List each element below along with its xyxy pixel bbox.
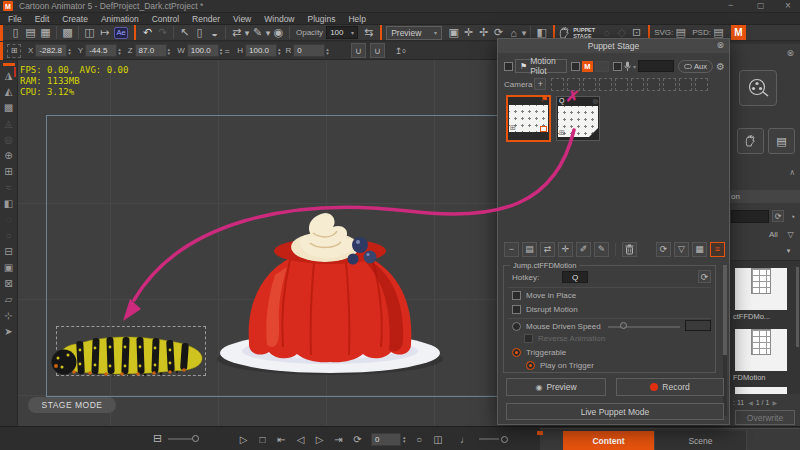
filter-funnel-icon[interactable]: ▽: [783, 227, 798, 242]
close-panel-icon[interactable]: ⊗: [786, 48, 794, 58]
pen-tool-icon[interactable]: ✎: [250, 25, 265, 40]
library-item[interactable]: [735, 329, 787, 371]
remove-motion-button[interactable]: −: [504, 242, 519, 257]
aux-toggle-button[interactable]: Aux: [678, 60, 713, 73]
camera-slot[interactable]: [663, 78, 676, 91]
export-icon[interactable]: ↦: [97, 25, 112, 40]
go-start-button[interactable]: ⇤: [276, 432, 287, 447]
close-button[interactable]: ×: [785, 0, 791, 11]
audio-source-field[interactable]: [638, 60, 674, 72]
opacity-field[interactable]: 100▾: [326, 26, 358, 39]
stage-mode-badge[interactable]: STAGE MODE: [28, 397, 116, 413]
play-button[interactable]: ▷: [238, 432, 249, 447]
layer-manager-icon[interactable]: ▣: [1, 260, 17, 275]
save-project-icon[interactable]: ▦: [38, 25, 53, 40]
visibility-icon[interactable]: ◉: [271, 25, 286, 40]
sort-caret-icon[interactable]: ▾: [781, 243, 796, 258]
ease-out-curve-icon[interactable]: ∪: [370, 43, 385, 58]
smart-ik-icon[interactable]: ○: [1, 228, 17, 243]
link-wh-icon[interactable]: =: [222, 43, 232, 58]
library-item-label[interactable]: FDMotion: [733, 373, 800, 383]
audio-checkbox[interactable]: [613, 62, 622, 71]
scrollbar[interactable]: [796, 267, 799, 347]
dock-tab[interactable]: Scene: [655, 431, 747, 450]
page-prev-icon[interactable]: ◀: [748, 399, 753, 406]
category-header[interactable]: on: [729, 190, 800, 203]
prev-frame-button[interactable]: ◁: [295, 432, 306, 447]
transform-field[interactable]: -44.5: [85, 44, 117, 57]
page-next-icon[interactable]: ▶: [772, 399, 777, 406]
triggerable-radio[interactable]: [512, 348, 521, 357]
delete-motion-button[interactable]: [622, 242, 637, 257]
move-in-place-checkbox[interactable]: [512, 291, 521, 300]
refresh-button[interactable]: ⟳: [656, 242, 671, 257]
menu-item[interactable]: Control: [152, 14, 179, 24]
frame-field[interactable]: 0: [371, 433, 401, 446]
open-project-icon[interactable]: ▤: [23, 25, 38, 40]
content-store-icon[interactable]: ▩: [60, 25, 75, 40]
disrupt-motion-checkbox[interactable]: [512, 305, 521, 314]
menu-item[interactable]: Plugins: [308, 14, 336, 24]
record-toggle-icon[interactable]: ○: [414, 432, 425, 447]
m-badge[interactable]: M: [582, 61, 593, 72]
face-puppet-icon[interactable]: ◎: [1, 132, 17, 147]
panel-titlebar[interactable]: Puppet Stage ⊗: [498, 39, 729, 53]
pen-button[interactable]: ✎: [594, 242, 609, 257]
pointer-tool-icon[interactable]: ➤: [1, 324, 17, 339]
minimize-button[interactable]: −: [728, 0, 733, 10]
camera-slot[interactable]: [615, 78, 628, 91]
anchor-icon[interactable]: ✛: [461, 25, 476, 40]
play-on-trigger-row[interactable]: Play on Trigger: [526, 361, 594, 370]
anchor-motion-button[interactable]: ✛: [558, 242, 573, 257]
snapshot-icon[interactable]: ◫: [433, 432, 444, 447]
new-project-icon[interactable]: ▯: [8, 25, 23, 40]
filter-button[interactable]: ▽: [674, 242, 689, 257]
spinner[interactable]: ▴▾: [168, 47, 171, 55]
transform-field[interactable]: 100.0: [245, 44, 277, 57]
menu-item[interactable]: Window: [264, 14, 294, 24]
measure-icon[interactable]: ▱: [1, 292, 17, 307]
mirror-motion-button[interactable]: ⇄: [540, 242, 555, 257]
triggerable-row[interactable]: Triggerable: [512, 348, 566, 357]
motion-pilot-button[interactable]: ⚑ Motion Pilot: [515, 59, 567, 73]
add-camera-button[interactable]: +: [534, 78, 546, 90]
menu-item[interactable]: Create: [62, 14, 88, 24]
volume-slider-track[interactable]: [479, 438, 499, 440]
speed-slider-track[interactable]: [608, 326, 680, 328]
menu-item[interactable]: View: [233, 14, 251, 24]
play-on-trigger-radio[interactable]: [526, 361, 535, 370]
gear-icon[interactable]: ⚙: [716, 61, 725, 72]
preview-button[interactable]: ◉ Preview: [506, 378, 606, 396]
motion-pilot-badge[interactable]: M: [731, 25, 746, 40]
microphone-icon[interactable]: [624, 61, 631, 72]
menu-item[interactable]: File: [8, 14, 22, 24]
record-button[interactable]: Record: [616, 378, 724, 396]
caterpillar-actor[interactable]: [50, 322, 210, 378]
ffd-grid-icon[interactable]: ⊞: [7, 44, 21, 58]
grid-tool-icon[interactable]: ⊟: [1, 244, 17, 259]
add-actor-icon[interactable]: ◭: [1, 84, 17, 99]
volume-slider-knob[interactable]: [501, 436, 508, 443]
stop-button[interactable]: □: [257, 432, 268, 447]
object-icon[interactable]: ▯: [192, 25, 207, 40]
composer-icon[interactable]: ▩: [1, 100, 17, 115]
transform-field[interactable]: 87.0: [135, 44, 167, 57]
camera-slot[interactable]: [679, 78, 692, 91]
maximize-button[interactable]: ▢: [757, 1, 765, 10]
scrollbar-thumb[interactable]: [723, 265, 727, 355]
library-item[interactable]: [735, 268, 787, 310]
loop-button[interactable]: ⟳: [352, 432, 363, 447]
reset-transform-icon[interactable]: ↥0: [395, 46, 406, 56]
motion-icon[interactable]: ◬: [1, 116, 17, 131]
puppet-stage-button[interactable]: PUPPET STAGE: [559, 27, 595, 39]
audio-note-icon[interactable]: ♩: [460, 432, 471, 447]
menu-item[interactable]: Render: [192, 14, 220, 24]
preview-mode-select[interactable]: Preview▾: [386, 26, 442, 40]
menu-item[interactable]: Animation: [101, 14, 139, 24]
camera-slot[interactable]: [583, 78, 596, 91]
dock-tab[interactable]: Content: [563, 431, 655, 450]
spinner[interactable]: ▴▾: [68, 47, 71, 55]
transform-field[interactable]: 100.0: [187, 44, 219, 57]
reset-hotkey-button[interactable]: ⟳: [698, 270, 711, 283]
camera-slot[interactable]: [631, 78, 644, 91]
